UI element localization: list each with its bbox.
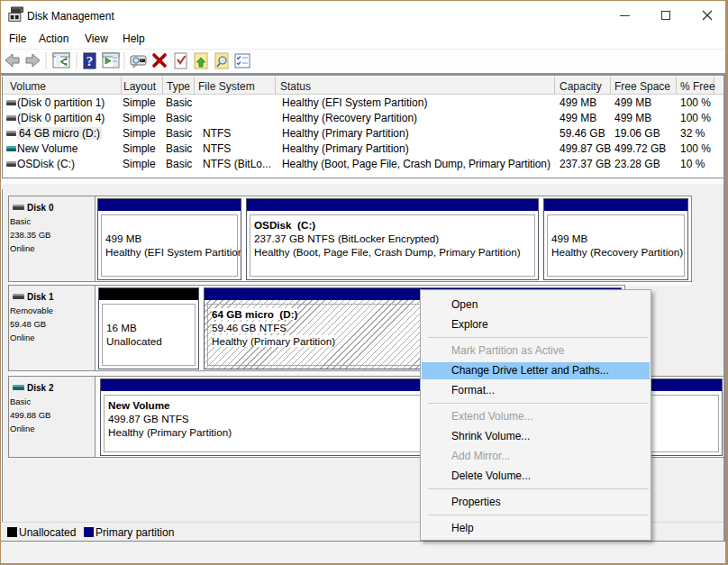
svg-text:?: ?: [86, 54, 94, 68]
